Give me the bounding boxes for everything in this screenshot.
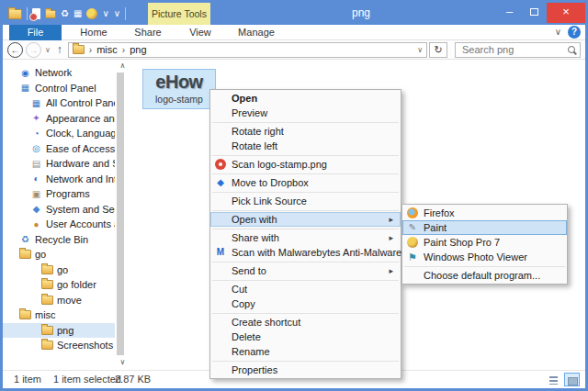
back-button[interactable]: ← xyxy=(7,42,23,58)
scan-document-icon[interactable] xyxy=(32,8,40,19)
address-bar[interactable]: › misc › png ∨ xyxy=(68,42,427,58)
context-menu-item-rotate-left[interactable]: Rotate left xyxy=(210,139,401,153)
scroll-down-icon[interactable]: ∨ xyxy=(115,358,130,366)
close-button[interactable]: × xyxy=(547,3,585,23)
menu-item-label: Open xyxy=(232,93,257,104)
thumbnail-view-button[interactable] xyxy=(564,373,580,386)
control-panel-icon[interactable]: ▦ xyxy=(74,8,82,19)
sidebar-item-label: User Accounts and F xyxy=(46,218,115,229)
context-menu-item-move-to-dropbox[interactable]: ◆Move to Dropbox xyxy=(210,175,401,190)
tab-view[interactable]: View xyxy=(178,25,222,40)
search-box[interactable] xyxy=(455,42,581,58)
context-menu-item-share-with[interactable]: Share with▸ xyxy=(210,230,401,245)
sidebar-item-misc[interactable]: misc xyxy=(3,307,115,323)
sidebar-item-label: Clock, Language, an xyxy=(46,128,115,139)
context-menu-item-create-shortcut[interactable]: Create shortcut xyxy=(210,315,401,330)
context-menu-item-copy[interactable]: Copy xyxy=(210,296,401,311)
sidebar-item-appearance-and-pe[interactable]: ✦Appearance and Pe xyxy=(3,111,115,127)
customize-toolbar-icon[interactable]: ∨ xyxy=(114,8,120,19)
search-input[interactable] xyxy=(460,43,568,56)
sidebar-item-all-control-panel-ite[interactable]: ▦All Control Panel Ite xyxy=(3,95,115,111)
breadcrumb-item-misc[interactable]: misc xyxy=(96,44,118,55)
context-menu-item-send-to[interactable]: Send to▸ xyxy=(210,263,401,278)
sidebar-item-system-and-security[interactable]: ◆System and Security xyxy=(3,202,115,218)
menu-item-label: Windows Photo Viewer xyxy=(424,251,527,263)
folder-icon[interactable] xyxy=(45,10,56,18)
open-with-item-paint[interactable]: ✎Paint xyxy=(402,220,567,235)
context-menu-item-rotate-right[interactable]: Rotate right xyxy=(210,124,401,139)
search-icon xyxy=(568,46,575,53)
open-with-item-paint-shop-pro-7[interactable]: Paint Shop Pro 7 xyxy=(402,235,567,250)
sidebar-item-network-and-intern[interactable]: ◐Network and Intern xyxy=(3,172,115,187)
sidebar-item-go[interactable]: go xyxy=(3,247,115,263)
menu-item-label: Choose default program... xyxy=(424,270,540,281)
context-menu-separator xyxy=(212,313,399,314)
menu-item-label: Create shortcut xyxy=(232,317,300,328)
context-menu-item-properties[interactable]: Properties xyxy=(210,363,401,377)
forward-button[interactable]: → xyxy=(26,42,41,58)
sidebar-item-recycle-bin[interactable]: ♻Recycle Bin xyxy=(3,232,115,248)
window-controls: – × xyxy=(497,3,585,23)
tab-manage[interactable]: Manage xyxy=(229,25,284,40)
context-menu-item-pick-link-source[interactable]: Pick Link Source xyxy=(210,194,401,208)
context-menu-item-rename[interactable]: Rename xyxy=(210,344,401,359)
expand-ribbon-chevron-icon[interactable]: ∨ xyxy=(555,26,561,39)
explorer-icon[interactable] xyxy=(8,9,22,19)
sidebar-item-label: move xyxy=(57,295,82,306)
chevron-down-icon[interactable]: ∨ xyxy=(102,8,108,19)
tab-home[interactable]: Home xyxy=(71,25,117,40)
breadcrumb-separator-icon: › xyxy=(122,45,125,55)
sidebar-item-go[interactable]: go xyxy=(3,263,115,278)
selected-file-tile[interactable]: eHow logo-stamp xyxy=(142,69,216,109)
context-menu-item-open-with[interactable]: Open with▸ xyxy=(210,212,401,227)
sidebar-item-control-panel[interactable]: ▦Control Panel xyxy=(3,81,115,96)
picture-tools-contextual-tab[interactable]: Picture Tools xyxy=(148,3,210,25)
context-menu-item-scan-with-malwarebytes-anti-malware[interactable]: MScan with Malwarebytes Anti-Malware xyxy=(210,245,401,260)
context-menu-separator xyxy=(212,361,399,362)
sidebar-item-ease-of-access[interactable]: ◎Ease of Access xyxy=(3,141,115,157)
menu-item-label: Preview xyxy=(232,107,267,118)
recent-locations-chevron-icon[interactable]: ∨ xyxy=(44,46,51,54)
sidebar-item-hardware-and-soun[interactable]: ▤Hardware and Soun xyxy=(3,156,115,172)
recycle-bin-icon: ♻ xyxy=(19,233,31,245)
address-dropdown-chevron-icon[interactable]: ∨ xyxy=(417,46,423,54)
open-with-item-windows-photo-viewer[interactable]: ⚑Windows Photo Viewer xyxy=(402,250,567,264)
maximize-button[interactable] xyxy=(522,3,547,23)
sidebar-item-network[interactable]: ◉Network xyxy=(3,65,115,81)
sidebar-item-programs[interactable]: ▣Programs xyxy=(3,186,115,202)
sidebar-item-png[interactable]: png xyxy=(3,323,115,339)
item-count-label: 1 item xyxy=(14,374,41,385)
paint-palette-icon[interactable] xyxy=(86,8,97,19)
up-button[interactable]: ↑ xyxy=(54,43,65,56)
context-menu-separator xyxy=(212,192,399,193)
menu-item-label: Open with xyxy=(232,214,277,225)
context-menu-item-delete[interactable]: Delete xyxy=(210,330,401,344)
refresh-button[interactable]: ↻ xyxy=(429,42,447,58)
context-menu-separator xyxy=(212,155,399,156)
scrollbar-thumb[interactable] xyxy=(117,73,124,355)
context-menu-item-scan-logo-stamp-png[interactable]: Scan logo-stamp.png xyxy=(210,157,401,172)
recycle-bin-icon[interactable]: ♻ xyxy=(61,8,69,19)
sidebar-item-screenshots[interactable]: Screenshots xyxy=(3,338,115,353)
context-menu-item-cut[interactable]: Cut xyxy=(210,282,401,296)
minimize-button[interactable]: – xyxy=(497,3,522,23)
sidebar-scrollbar[interactable]: ∧ ∨ xyxy=(115,60,130,370)
window-title: png xyxy=(352,6,370,19)
sidebar-item-go-folder[interactable]: go folder xyxy=(3,277,115,293)
details-view-button[interactable] xyxy=(546,373,561,386)
tab-share[interactable]: Share xyxy=(124,25,172,40)
paint-icon: ✎ xyxy=(407,222,418,233)
sidebar-item-label: Control Panel xyxy=(35,83,96,94)
sidebar-item-move[interactable]: move xyxy=(3,293,115,308)
sidebar-item-user-accounts-and-f[interactable]: ●User Accounts and F xyxy=(3,217,115,232)
open-with-item-choose-default-program[interactable]: Choose default program... xyxy=(402,268,567,283)
context-menu-item-open[interactable]: Open xyxy=(210,91,401,106)
scroll-up-icon[interactable]: ∧ xyxy=(115,61,130,70)
breadcrumb-item-png[interactable]: png xyxy=(130,44,146,55)
sidebar-item-clock-language-an[interactable]: ◔Clock, Language, an xyxy=(3,126,115,141)
menu-item-label: Paint xyxy=(424,222,447,233)
open-with-item-firefox[interactable]: Firefox xyxy=(402,206,567,220)
help-icon[interactable]: ? xyxy=(568,26,581,39)
tab-file[interactable]: File xyxy=(9,25,62,40)
context-menu-item-preview[interactable]: Preview xyxy=(210,106,401,120)
